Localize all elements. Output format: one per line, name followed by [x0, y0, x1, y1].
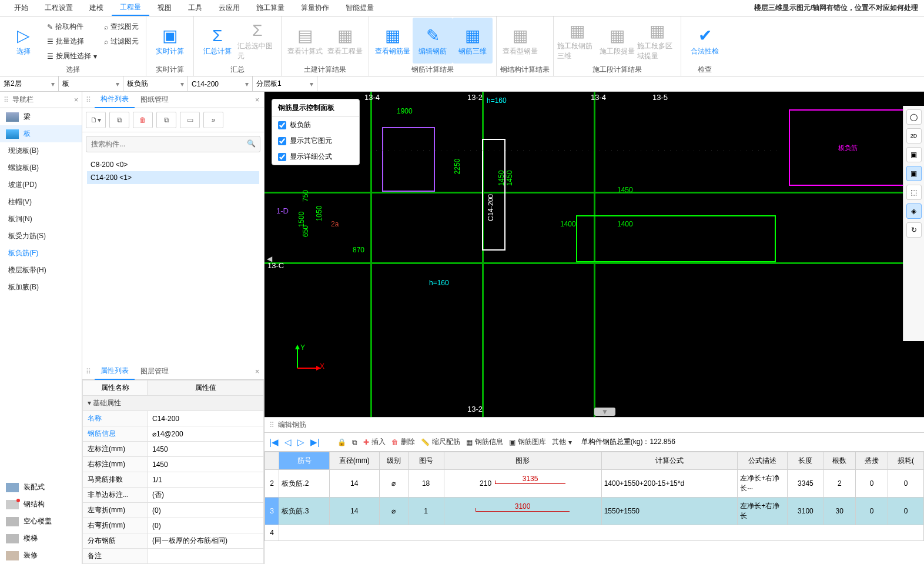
nav-item-4[interactable]: 板洞(N)	[0, 211, 82, 228]
rebar-info[interactable]: ▦钢筋信息	[466, 437, 503, 447]
edit-rebar[interactable]: ✎编辑钢筋	[413, 18, 453, 64]
dup-button[interactable]: ⧉	[156, 112, 176, 128]
view-formula[interactable]: ▤查看计算式	[285, 18, 325, 64]
view-rot[interactable]: ↻	[906, 222, 922, 238]
nav-item-2[interactable]: 坡道(PD)	[0, 176, 82, 193]
search-input[interactable]	[86, 136, 260, 152]
filter-element[interactable]: ⌕过滤图元	[101, 35, 142, 48]
view-cube1[interactable]: ▣	[906, 147, 922, 162]
prop-v[interactable]: (同一板厚的分布筋相同)	[148, 533, 264, 549]
col-dia[interactable]: 直径(mm)	[329, 452, 379, 470]
seg-rebar-3d[interactable]: ▦施工段钢筋三维	[557, 18, 597, 64]
col-len[interactable]: 长度	[788, 452, 823, 470]
more-button[interactable]: »	[203, 112, 223, 128]
nav-next[interactable]: ▷	[297, 437, 304, 448]
nav-item-7[interactable]: 楼层板带(H)	[0, 262, 82, 279]
pan-left[interactable]: ◀	[267, 255, 272, 263]
prop-group-basic[interactable]: ▾ 基础属性	[83, 396, 264, 411]
viewport[interactable]: 板负筋 13-4 13-2 13-4 13-5 13-2 1900 1500 7…	[265, 92, 924, 417]
seg-qty[interactable]: ▦施工段提量	[597, 18, 637, 64]
tab-construction[interactable]: 施工算量	[248, 1, 293, 15]
prop-v[interactable]: (否)	[148, 488, 264, 503]
list-item[interactable]: C14-200 <1>	[87, 171, 259, 184]
delete-rebar[interactable]: 🗑删除	[391, 437, 415, 447]
tab-start[interactable]: 开始	[6, 1, 36, 15]
nav-steel[interactable]: 钢结构	[0, 496, 82, 513]
prop-v[interactable]: (0)	[148, 503, 264, 518]
nav-stair[interactable]: 楼梯	[0, 530, 82, 547]
view-sphere[interactable]: ◯	[906, 109, 922, 125]
insert-button[interactable]: ✚插入	[363, 437, 386, 447]
view-select[interactable]: ⬚	[906, 185, 922, 200]
prop-v[interactable]: 1450	[148, 457, 264, 472]
nav-hollow[interactable]: 空心楼盖	[0, 513, 82, 530]
tab-collab[interactable]: 算量协作	[293, 1, 337, 15]
nav-item-0[interactable]: 现浇板(B)	[0, 142, 82, 159]
warning-text[interactable]: 楼层三维显示图元/轴网有错位，位置不对应如何处理	[754, 3, 918, 13]
nav-last[interactable]: ▶|	[310, 437, 320, 448]
view-rebar-qty[interactable]: ▦查看钢筋量	[373, 18, 413, 64]
view-qty[interactable]: ▦查看工程量	[325, 18, 365, 64]
col-calc[interactable]: 计算公式	[601, 452, 738, 470]
chk-slab-neg[interactable]: 板负筋	[272, 117, 359, 133]
nav-prefab[interactable]: 装配式	[0, 479, 82, 496]
rebar-library[interactable]: ▣钢筋图库	[509, 437, 546, 447]
table-row[interactable]: 4	[265, 525, 924, 541]
select-button[interactable]: ▷选择	[4, 18, 43, 64]
tab-model[interactable]: 建模	[81, 1, 112, 15]
select-by-prop[interactable]: ☰按属性选择▾	[43, 49, 101, 63]
tab-cloud[interactable]: 云应用	[210, 1, 248, 15]
view-cube2[interactable]: ▣	[906, 166, 922, 181]
tab-settings[interactable]: 工程设置	[36, 1, 81, 15]
tab-view[interactable]: 视图	[149, 1, 180, 15]
find-element[interactable]: ⌕查找图元	[101, 20, 142, 34]
nav-first[interactable]: |◀	[269, 437, 279, 448]
tab-complist[interactable]: 构件列表	[95, 91, 135, 108]
prop-v[interactable]	[148, 549, 264, 564]
col-fig[interactable]: 图号	[408, 452, 444, 470]
nav-cat-slab[interactable]: 板	[0, 125, 82, 142]
spec-select[interactable]: C14-200▾	[188, 76, 253, 91]
nav-cat-beam[interactable]: 梁	[0, 108, 82, 125]
layer-button[interactable]: ▭	[180, 112, 200, 128]
nav-prev[interactable]: ◁	[284, 437, 292, 448]
chk-show-formula[interactable]: 显示详细公式	[272, 149, 359, 165]
table-row[interactable]: 3 板负筋.3 14 ⌀ 1 3100 1550+1550 左净长+右净长 31…	[265, 498, 924, 525]
batch-select[interactable]: ☰批量选择	[43, 35, 101, 48]
proplist-close[interactable]: ×	[250, 368, 264, 376]
nav-item-6[interactable]: 板负筋(F)	[0, 245, 82, 262]
prop-v[interactable]: (0)	[148, 518, 264, 533]
copy-button[interactable]: ⧉	[109, 112, 129, 128]
pick-component[interactable]: ✎拾取构件	[43, 20, 101, 34]
new-button[interactable]: 🗋▾	[86, 112, 106, 128]
tab-proplist[interactable]: 属性列表	[95, 363, 135, 380]
col-cnt[interactable]: 根数	[823, 452, 856, 470]
tab-drawings[interactable]: 图纸管理	[135, 92, 175, 108]
nav-close[interactable]: ×	[74, 96, 78, 104]
view-steel[interactable]: ▦查看型钢量	[500, 18, 540, 64]
rebar-display-panel[interactable]: 钢筋显示控制面板 板负筋 显示其它图元 显示详细公式	[272, 99, 360, 165]
tab-layers[interactable]: 图层管理	[135, 363, 175, 379]
type-select[interactable]: 板▾	[59, 76, 123, 91]
list-item[interactable]: C8-200 <0>	[87, 158, 259, 171]
prop-v[interactable]: ⌀14@200	[148, 426, 264, 442]
rebar-3d[interactable]: ▦钢筋三维	[453, 18, 493, 64]
copy-rebar[interactable]: ⧉	[352, 438, 357, 446]
nav-item-3[interactable]: 柱帽(V)	[0, 193, 82, 211]
tab-quantity[interactable]: 工程量	[112, 0, 149, 16]
col-lap[interactable]: 搭接	[856, 452, 888, 470]
prop-v[interactable]: C14-200	[148, 411, 264, 426]
other-menu[interactable]: 其他▾	[552, 437, 572, 447]
col-shape[interactable]: 图形	[444, 452, 601, 470]
nav-item-5[interactable]: 板受力筋(S)	[0, 228, 82, 245]
chk-show-other[interactable]: 显示其它图元	[272, 133, 359, 149]
lock-button[interactable]: 🔒	[337, 438, 346, 446]
seg-multi-qty[interactable]: ▦施工段多区域提量	[637, 18, 677, 64]
tab-smart[interactable]: 智能提量	[337, 1, 382, 15]
view-2d[interactable]: 2D	[906, 128, 922, 143]
realtime-calc[interactable]: ▣实时计算	[150, 18, 190, 64]
summary-selected[interactable]: Σ汇总选中图元	[237, 18, 277, 64]
tab-tools[interactable]: 工具	[180, 1, 210, 15]
subtype-select[interactable]: 板负筋▾	[123, 76, 188, 91]
summary-calc[interactable]: Σ汇总计算	[197, 18, 237, 64]
